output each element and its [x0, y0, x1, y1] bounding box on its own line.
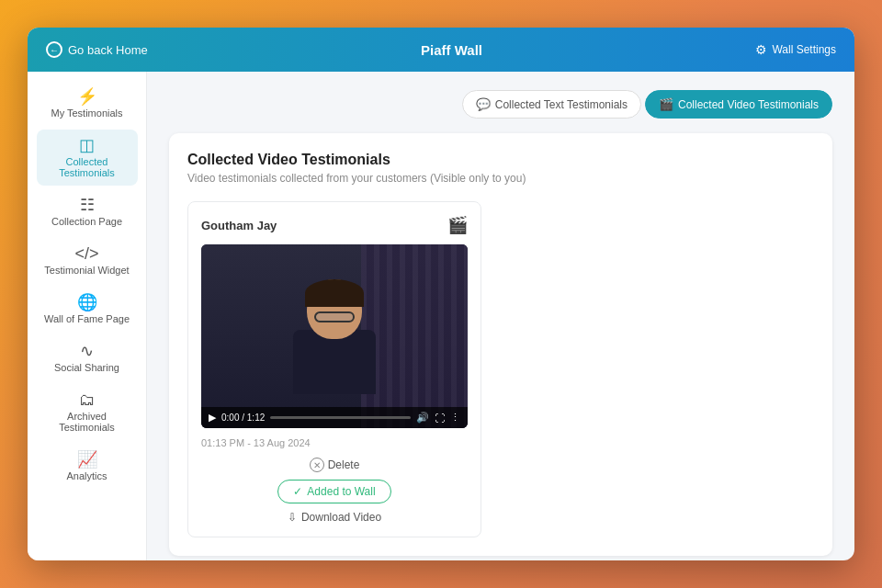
content-card: Collected Video Testimonials Video testi… — [169, 133, 832, 556]
main-content: 💬 Collected Text Testimonials 🎬 Collecte… — [147, 72, 854, 560]
content-subtitle: Video testimonials collected from your c… — [187, 172, 814, 185]
added-to-wall-button[interactable]: ✓ Added to Wall — [277, 480, 390, 503]
checkmark-icon: ✓ — [293, 485, 302, 498]
fullscreen-icon[interactable]: ⛶ — [435, 413, 445, 424]
download-button[interactable]: ⇩ Download Video — [288, 511, 381, 524]
person-name: Goutham Jay — [201, 219, 277, 232]
progress-bar[interactable] — [270, 416, 411, 419]
lightning-icon: ⚡ — [77, 88, 97, 105]
action-row: ✕ Delete ✓ Added to Wall ⇩ Download Vide… — [201, 458, 468, 524]
code-icon: </> — [74, 245, 98, 262]
more-options-icon[interactable]: ⋮ — [450, 412, 460, 424]
chart-icon: 📈 — [77, 451, 97, 468]
sidebar-item-archived[interactable]: 🗂 Archived Testimonials — [37, 384, 138, 440]
globe-icon: 🌐 — [77, 294, 97, 311]
video-card-header: Goutham Jay 🎬 — [201, 215, 468, 235]
body: ⚡ My Testimonials ◫ Collected Testimonia… — [28, 72, 854, 560]
tab-text-label: Collected Text Testimonials — [495, 98, 628, 111]
video-background — [361, 244, 468, 428]
video-camera-icon: 🎬 — [447, 215, 468, 235]
gear-icon: ⚙ — [755, 42, 767, 57]
sidebar-item-label: Wall of Fame Page — [44, 313, 130, 324]
sidebar-item-wall-of-fame[interactable]: 🌐 Wall of Fame Page — [37, 287, 138, 332]
tabs-bar: 💬 Collected Text Testimonials 🎬 Collecte… — [169, 90, 832, 119]
app-window: ← Go back Home Piaff Wall ⚙ Wall Setting… — [28, 28, 854, 560]
sidebar-item-testimonial-widget[interactable]: </> Testimonial Widget — [37, 238, 138, 283]
sidebar-item-label: Collection Page — [51, 216, 122, 227]
back-button[interactable]: ← Go back Home — [46, 41, 148, 58]
settings-button[interactable]: ⚙ Wall Settings — [755, 42, 836, 57]
sidebar: ⚡ My Testimonials ◫ Collected Testimonia… — [28, 72, 147, 560]
person-figure — [293, 279, 376, 394]
archive-icon: 🗂 — [79, 391, 96, 408]
tab-video-label: Collected Video Testimonials — [678, 98, 819, 111]
person-head — [307, 279, 362, 339]
sidebar-item-collection-page[interactable]: ☷ Collection Page — [37, 189, 138, 234]
sidebar-item-label: Archived Testimonials — [42, 411, 132, 433]
chat-icon: 💬 — [476, 97, 491, 111]
sidebar-item-social-sharing[interactable]: ∿ Social Sharing — [37, 335, 138, 380]
person-body — [293, 330, 376, 394]
video-controls: ▶ 0:00 / 1:12 🔊 ⛶ ⋮ — [201, 407, 468, 428]
video-timestamp: 01:13 PM - 13 Aug 2024 — [201, 437, 468, 448]
share-icon: ∿ — [80, 343, 94, 359]
video-card: Goutham Jay 🎬 — [187, 201, 481, 537]
volume-icon[interactable]: 🔊 — [416, 412, 429, 424]
header: ← Go back Home Piaff Wall ⚙ Wall Setting… — [28, 28, 854, 72]
delete-button[interactable]: ✕ Delete — [310, 458, 360, 472]
download-label: Download Video — [301, 511, 381, 524]
header-title: Piaff Wall — [148, 42, 756, 58]
sidebar-item-label: Analytics — [66, 470, 107, 481]
sidebar-item-label: My Testimonials — [51, 107, 122, 119]
download-icon: ⇩ — [288, 511, 297, 524]
settings-label: Wall Settings — [772, 43, 836, 56]
sidebar-item-label: Testimonial Widget — [44, 265, 129, 276]
sidebar-item-analytics[interactable]: 📈 Analytics — [37, 444, 138, 489]
sidebar-item-collected-testimonials[interactable]: ◫ Collected Testimonials — [37, 130, 138, 186]
content-title: Collected Video Testimonials — [187, 152, 814, 168]
sidebar-item-label: Social Sharing — [54, 362, 119, 373]
play-button[interactable]: ▶ — [209, 412, 216, 424]
grid-icon: ◫ — [79, 137, 95, 153]
video-time: 0:00 / 1:12 — [221, 413, 265, 423]
person-hair — [305, 279, 364, 307]
video-tab-icon: 🎬 — [659, 97, 673, 111]
back-label: Go back Home — [68, 43, 148, 57]
added-label: Added to Wall — [307, 485, 375, 498]
delete-label: Delete — [328, 458, 360, 471]
tab-video-testimonials[interactable]: 🎬 Collected Video Testimonials — [645, 90, 832, 119]
tab-text-testimonials[interactable]: 💬 Collected Text Testimonials — [462, 90, 641, 119]
delete-icon: ✕ — [310, 458, 324, 472]
sidebar-item-label: Collected Testimonials — [42, 156, 132, 178]
video-thumbnail — [201, 244, 468, 428]
video-player[interactable]: ▶ 0:00 / 1:12 🔊 ⛶ ⋮ — [201, 244, 468, 428]
sidebar-item-my-testimonials[interactable]: ⚡ My Testimonials — [37, 81, 138, 126]
back-arrow-icon: ← — [46, 41, 62, 58]
list-icon: ☷ — [80, 197, 95, 213]
person-glasses — [314, 311, 355, 322]
